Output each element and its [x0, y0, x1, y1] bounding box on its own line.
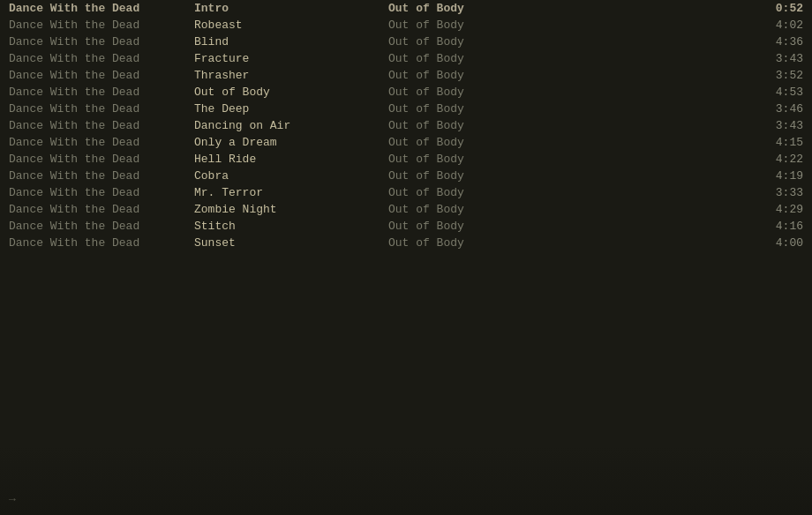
- track-artist: Dance With the Dead: [9, 236, 194, 250]
- table-row[interactable]: Dance With the DeadMr. TerrorOut of Body…: [0, 184, 812, 201]
- track-artist: Dance With the Dead: [9, 19, 194, 32]
- track-album: Out of Body: [388, 136, 750, 149]
- track-duration: 3:33: [750, 186, 803, 199]
- track-title: Dancing on Air: [194, 119, 388, 132]
- track-artist: Dance With the Dead: [9, 69, 194, 82]
- table-row[interactable]: Dance With the DeadCobraOut of Body4:19: [0, 168, 812, 184]
- track-duration: 4:15: [750, 136, 803, 149]
- track-album: Out of Body: [388, 86, 750, 99]
- track-duration: 4:00: [750, 236, 803, 250]
- track-album: Out of Body: [388, 236, 750, 250]
- track-title: The Deep: [194, 102, 388, 116]
- track-title: Robeast: [194, 19, 388, 32]
- track-duration: 3:43: [750, 119, 803, 132]
- fade-overlay: [0, 444, 812, 515]
- track-duration: 3:46: [750, 102, 803, 116]
- track-artist: Dance With the Dead: [9, 220, 194, 233]
- track-list-header: Dance With the Dead Intro Out of Body 0:…: [0, 0, 812, 17]
- track-duration: 4:36: [750, 35, 803, 49]
- track-album: Out of Body: [388, 35, 750, 49]
- track-album: Out of Body: [388, 186, 750, 199]
- track-duration: 4:02: [750, 19, 803, 32]
- track-duration: 4:53: [750, 86, 803, 99]
- track-title: Cobra: [194, 169, 388, 183]
- table-row[interactable]: Dance With the DeadBlindOut of Body4:36: [0, 34, 812, 50]
- track-duration: 4:19: [750, 169, 803, 183]
- track-album: Out of Body: [388, 220, 750, 233]
- track-album: Out of Body: [388, 102, 750, 116]
- arrow-indicator: →: [9, 493, 16, 506]
- table-row[interactable]: Dance With the DeadStitchOut of Body4:16: [0, 218, 812, 235]
- track-artist: Dance With the Dead: [9, 119, 194, 132]
- track-album: Out of Body: [388, 19, 750, 32]
- header-title: Intro: [194, 2, 388, 15]
- track-album: Out of Body: [388, 69, 750, 82]
- track-artist: Dance With the Dead: [9, 35, 194, 49]
- track-title: Zombie Night: [194, 203, 388, 216]
- track-artist: Dance With the Dead: [9, 102, 194, 116]
- track-title: Thrasher: [194, 69, 388, 82]
- track-album: Out of Body: [388, 169, 750, 183]
- track-duration: 4:29: [750, 203, 803, 216]
- track-artist: Dance With the Dead: [9, 169, 194, 183]
- track-title: Mr. Terror: [194, 186, 388, 199]
- header-album: Out of Body: [388, 2, 750, 15]
- track-album: Out of Body: [388, 52, 750, 65]
- track-title: Sunset: [194, 236, 388, 250]
- track-artist: Dance With the Dead: [9, 186, 194, 199]
- track-artist: Dance With the Dead: [9, 86, 194, 99]
- table-row[interactable]: Dance With the DeadRobeastOut of Body4:0…: [0, 17, 812, 34]
- table-row[interactable]: Dance With the DeadDancing on AirOut of …: [0, 117, 812, 134]
- track-title: Stitch: [194, 220, 388, 233]
- table-row[interactable]: Dance With the DeadThrasherOut of Body3:…: [0, 67, 812, 84]
- track-artist: Dance With the Dead: [9, 203, 194, 216]
- track-album: Out of Body: [388, 119, 750, 132]
- header-duration: 0:52: [750, 2, 803, 15]
- track-title: Out of Body: [194, 86, 388, 99]
- track-title: Blind: [194, 35, 388, 49]
- track-duration: 3:43: [750, 52, 803, 65]
- track-title: Only a Dream: [194, 136, 388, 149]
- table-row[interactable]: Dance With the DeadOut of BodyOut of Bod…: [0, 84, 812, 101]
- track-duration: 3:52: [750, 69, 803, 82]
- table-row[interactable]: Dance With the DeadThe DeepOut of Body3:…: [0, 101, 812, 117]
- table-row[interactable]: Dance With the DeadFractureOut of Body3:…: [0, 50, 812, 67]
- table-row[interactable]: Dance With the DeadZombie NightOut of Bo…: [0, 201, 812, 218]
- table-row[interactable]: Dance With the DeadHell RideOut of Body4…: [0, 151, 812, 168]
- track-title: Fracture: [194, 52, 388, 65]
- table-row[interactable]: Dance With the DeadSunsetOut of Body4:00: [0, 235, 812, 251]
- track-artist: Dance With the Dead: [9, 52, 194, 65]
- table-row[interactable]: Dance With the DeadOnly a DreamOut of Bo…: [0, 134, 812, 151]
- track-artist: Dance With the Dead: [9, 136, 194, 149]
- track-title: Hell Ride: [194, 153, 388, 166]
- track-duration: 4:22: [750, 153, 803, 166]
- track-album: Out of Body: [388, 203, 750, 216]
- track-album: Out of Body: [388, 153, 750, 166]
- track-duration: 4:16: [750, 220, 803, 233]
- track-artist: Dance With the Dead: [9, 153, 194, 166]
- header-artist: Dance With the Dead: [9, 2, 194, 15]
- track-list: Dance With the Dead Intro Out of Body 0:…: [0, 0, 812, 251]
